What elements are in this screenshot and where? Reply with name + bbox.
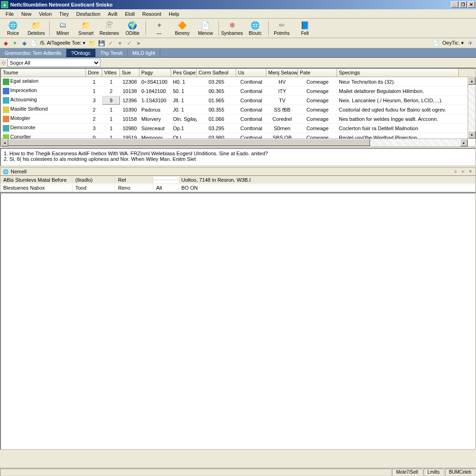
menu-help[interactable]: Help xyxy=(165,10,183,18)
scroll-up-button[interactable]: ▴ xyxy=(468,77,476,85)
cell-pagy: 0-1842100 xyxy=(139,87,171,95)
arrow-icon[interactable]: ➤ xyxy=(135,40,142,47)
toolbar-restenes-button[interactable]: ⛈Restenes xyxy=(98,20,120,37)
cell-specings: Coclerton fuiir ra Detitell Mailnotion xyxy=(337,125,459,132)
main-toolbar: 🌐Roice📁Detelors🗂Milner📁Snerart⛈Restenes🌍… xyxy=(0,19,476,38)
scroll-thumb[interactable] xyxy=(8,139,370,146)
table-row[interactable]: Masitle Sinftiond2110390PadorusJ0. 100.3… xyxy=(1,105,475,114)
status-seg3: BUMCeleb xyxy=(445,469,476,476)
cell-menj: Coredrel xyxy=(266,115,298,123)
cell-sue: 12396 xyxy=(120,97,139,104)
column-pagy[interactable]: Pagy xyxy=(139,69,171,77)
bereny-icon: 🔶 xyxy=(178,20,187,30)
menu-desfaction[interactable]: Desfaction xyxy=(73,10,104,18)
toolbar-label[interactable]: /5. AlTageelle Toe: ▾ xyxy=(39,40,86,46)
table-row[interactable]: Egat selalon11123080÷3S41100H0. 103.265C… xyxy=(1,77,475,86)
vertical-scrollbar[interactable]: ▴ ▾ xyxy=(468,77,475,139)
scroll-down-button[interactable]: ▾ xyxy=(468,131,476,139)
scroll-right-button[interactable]: ▸ xyxy=(460,139,468,146)
table-row[interactable]: Actousming39123961-1S43100J8. 101.965Con… xyxy=(1,96,475,105)
toolbar-—-button[interactable]: ✦— xyxy=(148,20,170,37)
toolbar-label: Potmhs xyxy=(274,31,290,36)
column-pes-gape[interactable]: Pes Gape xyxy=(171,69,197,77)
toolbar-odiltie-button[interactable]: 🌍ODiltie xyxy=(121,20,144,37)
toolbar-felt-button[interactable]: 📘Felt xyxy=(294,20,316,37)
cell-comm: 01.965 xyxy=(197,97,236,104)
horizontal-scrollbar[interactable]: ◂ ▸ xyxy=(1,139,468,146)
menu-file[interactable]: File xyxy=(2,10,18,18)
column-pate[interactable]: Pate xyxy=(298,69,337,77)
info-h4 xyxy=(153,179,178,180)
toolbar-menow-button[interactable]: 📄Menow xyxy=(194,20,217,37)
cell-pagy: 0÷3S41100 xyxy=(139,78,171,86)
tab-ontogc[interactable]: ?Ontogc xyxy=(66,49,96,57)
cell-dore: 2 xyxy=(86,115,102,123)
page2-icon[interactable]: 📄 xyxy=(432,40,439,47)
page-icon[interactable]: 📄 xyxy=(30,40,37,47)
table-row[interactable]: Demcorote3110980SúreceautOp.103.295Contt… xyxy=(1,124,475,133)
minimize-button[interactable]: _ xyxy=(451,1,458,8)
close-button[interactable]: ✕ xyxy=(468,1,475,8)
save-icon[interactable]: 💾 xyxy=(98,40,105,47)
menu-velon[interactable]: Velon xyxy=(35,10,56,18)
scroll-track-h[interactable] xyxy=(8,139,460,146)
check-icon[interactable]: ✓ xyxy=(107,40,114,47)
data-grid: ToumeDoreVitlesSuePagyPes GapeCorm Safte… xyxy=(0,68,476,147)
toolbar-right-label[interactable]: OeyTic. ▾ xyxy=(441,40,465,46)
row-icon xyxy=(3,116,9,122)
tab-gremordisc[interactable]: Gremordisc Tem Adtenlls xyxy=(0,49,66,57)
send-icon[interactable]: ✈ xyxy=(467,40,474,47)
toolbar-potmhs-button[interactable]: ✏Potmhs xyxy=(271,20,293,37)
column-us[interactable]: Us xyxy=(236,69,266,77)
scroll-left-button[interactable]: ◂ xyxy=(1,139,8,146)
tab-thp[interactable]: Thp Tersti xyxy=(96,49,128,57)
dropdown-icon[interactable]: ▾ xyxy=(116,40,124,47)
tab-mild[interactable]: MiLD light xyxy=(128,49,160,57)
toolbar-bereny-button[interactable]: 🔶Bereny xyxy=(171,20,193,37)
column-dore[interactable]: Dore xyxy=(86,69,102,77)
cell-menj: TV xyxy=(266,97,298,104)
column-vitles[interactable]: Vitles xyxy=(102,69,120,77)
column-menj-selaow[interactable]: Menj Selaow xyxy=(266,69,298,77)
menu-tley[interactable]: Tley xyxy=(55,10,73,18)
toolbar-synbames-button[interactable]: ❄Synbames xyxy=(221,20,243,37)
column-toume[interactable]: Toume xyxy=(1,69,86,77)
cell-pate: Comeage xyxy=(298,106,337,113)
scroll-track[interactable] xyxy=(468,85,475,131)
diamond-blue-icon[interactable]: ◆ xyxy=(20,40,28,47)
toolbar-detelors-button[interactable]: 📁Detelors xyxy=(25,20,47,37)
column-specings[interactable]: Specings xyxy=(337,69,459,77)
cell-pesgape: Op.1 xyxy=(171,125,197,132)
toolbar-snerart-button[interactable]: 📁Snerart xyxy=(75,20,97,37)
diamond-red-icon[interactable]: ◆ xyxy=(2,40,9,47)
cell-pagy: Súreceaut xyxy=(139,125,171,132)
cell-pagy: 1-1S43100 xyxy=(139,97,171,104)
filter-select[interactable]: Sogor All xyxy=(7,59,100,67)
menu-resoont[interactable]: Resoont xyxy=(139,10,165,18)
table-row[interactable]: Improcetion12101380-184210050. 100.365Co… xyxy=(1,86,475,96)
diamond-green-icon[interactable]: ✦ xyxy=(11,40,19,47)
panel-menu-button[interactable]: ≡ xyxy=(452,168,459,175)
table-row[interactable]: Motogler2110158MlorveryOln. Sgilay01.066… xyxy=(1,114,475,124)
cell-vitles: 1 xyxy=(102,106,120,113)
toolbar-label: — xyxy=(157,31,161,36)
row-icon xyxy=(3,106,9,113)
check2-icon[interactable]: ✓ xyxy=(126,40,133,47)
toolbar-bloutc-button[interactable]: 🌐Bloutc xyxy=(244,20,266,37)
cell-comm: 03.295 xyxy=(197,125,236,132)
toolbar-label: ODiltie xyxy=(126,31,139,36)
toolbar-milner-button[interactable]: 🗂Milner xyxy=(52,20,74,37)
panel-close-button[interactable]: ✕ xyxy=(467,168,474,175)
potmhs-icon: ✏ xyxy=(277,20,286,30)
column-corm-safteol[interactable]: Corm Safteol xyxy=(197,69,236,77)
maximize-button[interactable]: ❐ xyxy=(459,1,467,8)
menu-new[interactable]: New xyxy=(18,10,35,18)
toolbar-roice-button[interactable]: 🌐Roice xyxy=(2,20,24,37)
odiltie-icon: 🌍 xyxy=(128,20,137,30)
menu-elolt[interactable]: Elolt xyxy=(121,10,139,18)
menu-avilt[interactable]: Avilt xyxy=(104,10,121,18)
column-sue[interactable]: Sue xyxy=(120,69,139,77)
panel-min-button[interactable]: ≍ xyxy=(460,168,466,175)
cell-comm: 01.066 xyxy=(197,115,236,123)
folder-icon[interactable]: 📁 xyxy=(88,40,96,47)
